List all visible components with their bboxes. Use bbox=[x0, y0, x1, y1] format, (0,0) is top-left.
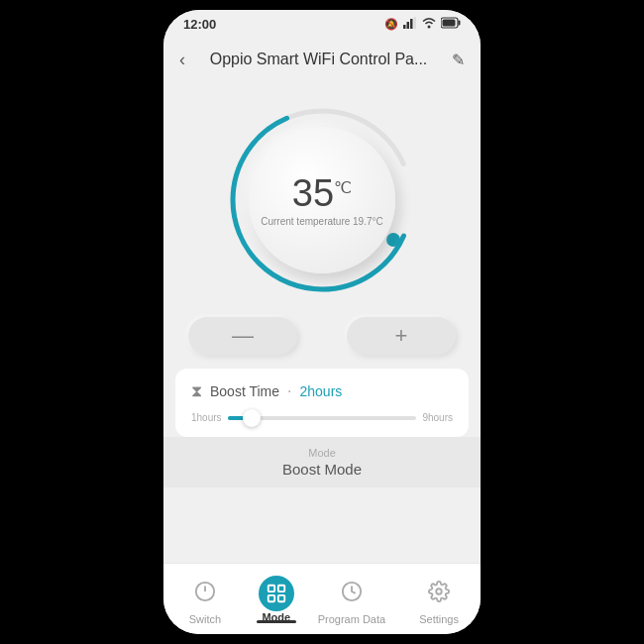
switch-icon-wrap bbox=[187, 574, 223, 609]
page-title: Oppio Smart WiFi Control Pa... bbox=[210, 51, 428, 68]
svg-rect-16 bbox=[278, 594, 284, 600]
nav-active-indicator bbox=[257, 620, 296, 623]
nav-item-program-data[interactable]: Program Data bbox=[318, 574, 385, 625]
svg-point-18 bbox=[436, 589, 442, 594]
set-temperature: 35 bbox=[292, 174, 334, 212]
status-time: 12:00 bbox=[183, 17, 216, 32]
current-temp-label: Current temperature 19.7°C bbox=[261, 216, 383, 227]
nav-item-mode[interactable]: Mode bbox=[259, 576, 294, 623]
nav-item-settings[interactable]: Settings bbox=[409, 574, 469, 625]
battery-icon bbox=[441, 17, 461, 31]
mode-label: Mode bbox=[308, 447, 336, 459]
phone-frame: 12:00 🔕 bbox=[163, 10, 481, 634]
back-button[interactable]: ‹ bbox=[179, 50, 185, 70]
minus-icon: — bbox=[232, 325, 254, 347]
boost-separator: · bbox=[287, 382, 291, 400]
svg-rect-13 bbox=[268, 585, 274, 590]
slider-thumb[interactable] bbox=[243, 409, 261, 427]
slider-min-label: 1hours bbox=[191, 412, 222, 423]
program-data-icon-wrap bbox=[334, 574, 370, 609]
nav-label-settings: Settings bbox=[419, 613, 459, 625]
boost-slider[interactable] bbox=[228, 416, 417, 420]
main-content: 35 ℃ Current temperature 19.7°C — + ⧗ Bo… bbox=[163, 81, 481, 563]
mode-section: Mode Boost Mode bbox=[163, 437, 481, 487]
slider-max-label: 9hours bbox=[422, 412, 453, 423]
plus-icon: + bbox=[395, 325, 408, 347]
status-bar: 12:00 🔕 bbox=[163, 10, 481, 38]
temp-unit: ℃ bbox=[334, 178, 352, 197]
nav-item-switch[interactable]: Switch bbox=[175, 574, 235, 625]
boost-slider-container: 1hours 9hours bbox=[191, 412, 453, 423]
nav-label-switch: Switch bbox=[189, 613, 221, 625]
svg-point-10 bbox=[386, 233, 400, 247]
svg-rect-14 bbox=[278, 585, 284, 590]
increase-button[interactable]: + bbox=[347, 317, 456, 355]
status-icons: 🔕 bbox=[384, 17, 461, 31]
bottom-nav: Switch Mode Program bbox=[163, 563, 481, 634]
svg-rect-15 bbox=[268, 594, 274, 600]
mode-value: Boost Mode bbox=[282, 461, 362, 478]
signal-icon bbox=[403, 17, 417, 31]
svg-rect-1 bbox=[407, 22, 410, 29]
svg-rect-2 bbox=[410, 19, 413, 29]
nav-label-program-data: Program Data bbox=[318, 613, 385, 625]
mute-icon: 🔕 bbox=[384, 18, 398, 31]
boost-value: 2hours bbox=[299, 383, 342, 399]
boost-panel: ⧗ Boost Time · 2hours 1hours 9hours bbox=[175, 369, 469, 437]
svg-rect-3 bbox=[414, 17, 417, 29]
app-header: ‹ Oppio Smart WiFi Control Pa... ✎ bbox=[163, 38, 481, 81]
mode-icon-wrap bbox=[259, 576, 294, 611]
svg-rect-7 bbox=[443, 20, 456, 27]
svg-rect-0 bbox=[403, 25, 406, 29]
thermostat-dial[interactable]: 35 ℃ Current temperature 19.7°C bbox=[223, 101, 421, 299]
thermostat-display: 35 ℃ Current temperature 19.7°C bbox=[249, 127, 395, 273]
boost-header: ⧗ Boost Time · 2hours bbox=[191, 382, 453, 400]
wifi-icon bbox=[422, 17, 436, 31]
temp-controls: — + bbox=[188, 317, 456, 355]
edit-button[interactable]: ✎ bbox=[452, 51, 465, 69]
svg-rect-6 bbox=[459, 21, 461, 26]
decrease-button[interactable]: — bbox=[188, 317, 297, 355]
hourglass-icon: ⧗ bbox=[191, 382, 202, 400]
svg-point-4 bbox=[428, 26, 431, 29]
settings-icon-wrap bbox=[421, 574, 457, 609]
boost-label: Boost Time bbox=[210, 383, 279, 399]
